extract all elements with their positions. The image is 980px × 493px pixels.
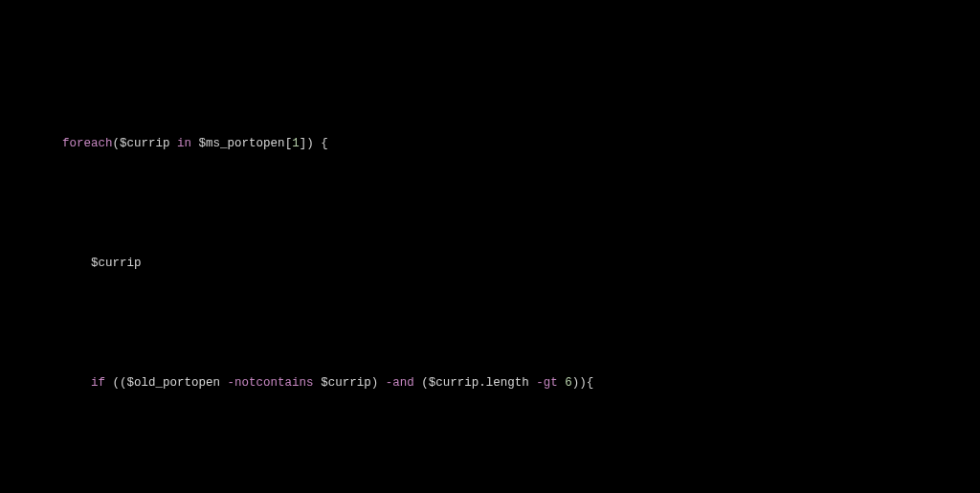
variable: $currip bbox=[91, 257, 142, 270]
keyword-foreach: foreach bbox=[62, 137, 113, 150]
code-line bbox=[5, 429, 975, 459]
keyword-if: if bbox=[91, 376, 105, 390]
variable: $currip bbox=[120, 137, 170, 150]
operator: -gt bbox=[536, 376, 558, 390]
code-line: foreach($currip in $ms_portopen[1]) { bbox=[5, 129, 975, 159]
operator: -notcontains bbox=[228, 376, 314, 390]
code-line: $currip bbox=[5, 249, 975, 279]
operator: -and bbox=[386, 376, 414, 390]
code-line bbox=[5, 190, 975, 219]
keyword-in: in bbox=[177, 137, 191, 150]
code-line bbox=[5, 309, 975, 339]
code-line: if (($old_portopen -notcontains $currip)… bbox=[5, 369, 975, 398]
code-line: write-host "start mssql scanning..." bbox=[5, 488, 975, 493]
